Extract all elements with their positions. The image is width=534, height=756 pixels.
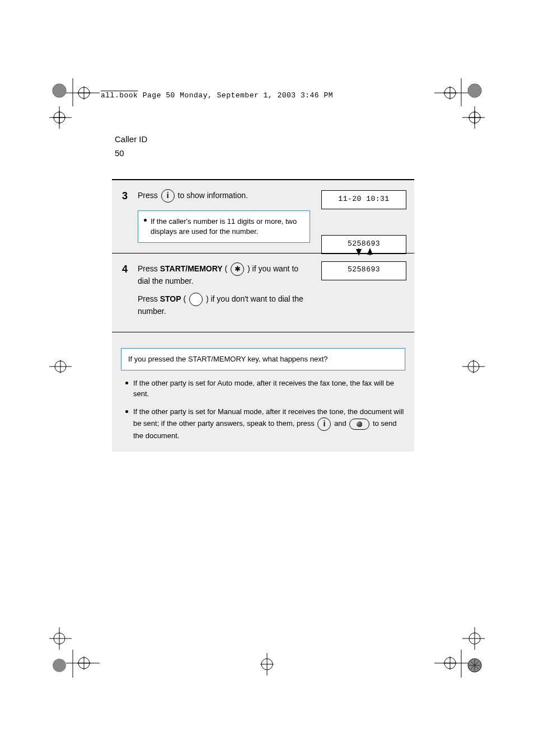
reg-mark-top-left [49, 78, 100, 131]
footnote-section: If you pressed the START/MEMORY key, wha… [112, 332, 414, 452]
info-key-icon [161, 189, 175, 203]
step-number: 4 [122, 264, 128, 275]
footnote-bullet-1: If the other party is set for Auto mode,… [121, 378, 405, 400]
slug-rest: Page 50 Monday, September 1, 2003 3:46 P… [138, 91, 333, 100]
step4-line1-before: Press [138, 264, 160, 273]
step3-text-after: to show information. [178, 191, 248, 200]
info-key-icon [317, 417, 331, 431]
step3-note-text: If the caller's number is 11 digits or m… [151, 217, 297, 236]
step3-note: If the caller's number is 11 digits or m… [138, 210, 310, 243]
svg-marker-52 [356, 249, 362, 256]
start-memory-key-label: START/MEMORY [160, 264, 223, 273]
page-title: Caller ID [112, 134, 414, 144]
footnote-bullet-2: If the other party is set for Manual mod… [121, 407, 405, 442]
reg-mark-bottom-right [434, 625, 485, 678]
alternating-display-arrows-icon [322, 248, 406, 257]
reg-mark-bottom-left [49, 625, 100, 678]
bullet-icon [125, 382, 128, 384]
bullet-icon [125, 410, 128, 413]
stop-key-icon [189, 293, 203, 306]
page-number: 50 [112, 148, 414, 158]
footnote-bullet-2-mid: and [334, 420, 348, 428]
reg-mark-mid-left [49, 358, 72, 377]
bullet-icon [144, 219, 147, 222]
lcd-display-number-alt: 5258693 [321, 261, 406, 280]
start-memory-key-icon [231, 262, 244, 276]
step4-line1-paren: ( [225, 264, 228, 273]
svg-point-30 [53, 659, 66, 672]
svg-point-1 [53, 84, 66, 97]
reg-mark-top-right [434, 78, 485, 131]
svg-point-13 [468, 84, 481, 97]
print-slugline: all.book Page 50 Monday, September 1, 20… [101, 91, 333, 100]
svg-marker-54 [367, 248, 373, 255]
stop-oval-button-icon [349, 419, 369, 430]
step-3: 3 Press to show information. 11-20 10:31… [112, 180, 414, 253]
footnote-bullet-1-text: If the other party is set for Auto mode,… [133, 379, 394, 398]
footnote-question-box: If you pressed the START/MEMORY key, wha… [121, 348, 405, 370]
footnote-question-text: If you pressed the START/MEMORY key, wha… [128, 355, 327, 363]
lcd-display-datetime: 11-20 10:31 [321, 190, 406, 209]
reg-mark-mid-right [462, 358, 485, 377]
reg-mark-bottom-center [259, 653, 275, 678]
step-number: 3 [122, 190, 128, 202]
slug-filename: all.book [101, 91, 138, 100]
step-4: 4 5258693 Press START/MEMORY ( ) if you … [112, 253, 414, 331]
step4-line2-before: Press [138, 294, 160, 303]
step3-text-before: Press [138, 191, 160, 200]
stop-key-label: STOP [160, 294, 181, 303]
step4-line2-paren: ( [183, 294, 186, 303]
steps-panel: 3 Press to show information. 11-20 10:31… [112, 179, 414, 452]
